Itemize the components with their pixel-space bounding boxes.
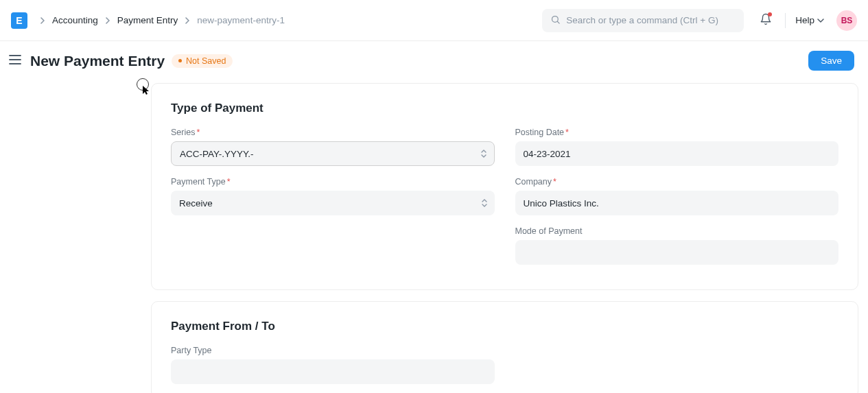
series-select[interactable]: ACC-PAY-.YYYY.-: [171, 141, 495, 166]
breadcrumb-current: new-payment-entry-1: [197, 15, 285, 25]
menu-icon: [9, 55, 21, 67]
company-label: Company*: [515, 177, 839, 187]
help-label: Help: [795, 15, 814, 25]
form-area: Type of Payment Series* ACC-PAY-.YYYY.-: [0, 76, 868, 393]
payment-type-value: Receive: [179, 198, 213, 209]
bell-icon: [760, 13, 772, 27]
party-type-label: Party Type: [171, 346, 495, 355]
breadcrumb-accounting[interactable]: Accounting: [52, 15, 98, 25]
select-stepper-icon: [481, 198, 488, 208]
status-badge: Not Saved: [172, 54, 233, 68]
company-value: Unico Plastics Inc.: [524, 198, 599, 209]
card-title: Payment From / To: [171, 320, 838, 333]
breadcrumb-payment-entry[interactable]: Payment Entry: [117, 15, 178, 25]
posting-date-label: Posting Date*: [515, 128, 839, 137]
breadcrumb: Accounting Payment Entry new-payment-ent…: [40, 15, 285, 25]
payment-type-select[interactable]: Receive: [171, 191, 495, 215]
posting-date-input[interactable]: 04-23-2021: [515, 141, 839, 166]
series-label: Series*: [171, 128, 495, 137]
card-payment-from-to: Payment From / To Party Type: [151, 301, 858, 393]
save-button[interactable]: Save: [808, 51, 854, 71]
payment-type-label: Payment Type*: [171, 177, 495, 187]
global-search[interactable]: [542, 9, 744, 32]
app-logo[interactable]: E: [11, 12, 27, 29]
party-type-input[interactable]: [171, 359, 495, 384]
notifications-button[interactable]: [756, 11, 775, 30]
page-title: New Payment Entry: [30, 53, 165, 69]
select-stepper-icon: [480, 149, 487, 158]
status-text: Not Saved: [186, 56, 226, 66]
avatar[interactable]: BS: [836, 10, 857, 31]
header-actions: Help BS: [756, 10, 857, 31]
card-title: Type of Payment: [171, 102, 838, 115]
posting-date-value: 04-23-2021: [524, 149, 571, 159]
divider: [785, 13, 786, 28]
search-input[interactable]: [566, 15, 736, 25]
page-title-row: New Payment Entry Not Saved Save: [0, 41, 868, 76]
card-type-of-payment: Type of Payment Series* ACC-PAY-.YYYY.-: [151, 83, 858, 290]
mode-of-payment-input[interactable]: [515, 240, 839, 265]
chevron-right-icon: [40, 17, 45, 24]
help-menu[interactable]: Help: [795, 15, 824, 25]
chevron-right-icon: [105, 17, 110, 24]
chevron-down-icon: [817, 15, 824, 25]
chevron-right-icon: [185, 17, 190, 24]
mode-of-payment-label: Mode of Payment: [515, 226, 839, 236]
svg-line-1: [558, 21, 560, 23]
company-input[interactable]: Unico Plastics Inc.: [515, 191, 839, 215]
search-icon: [550, 14, 561, 27]
app-header: E Accounting Payment Entry new-payment-e…: [0, 0, 868, 41]
series-value: ACC-PAY-.YYYY.-: [180, 149, 254, 159]
sidebar-toggle[interactable]: [7, 53, 23, 69]
